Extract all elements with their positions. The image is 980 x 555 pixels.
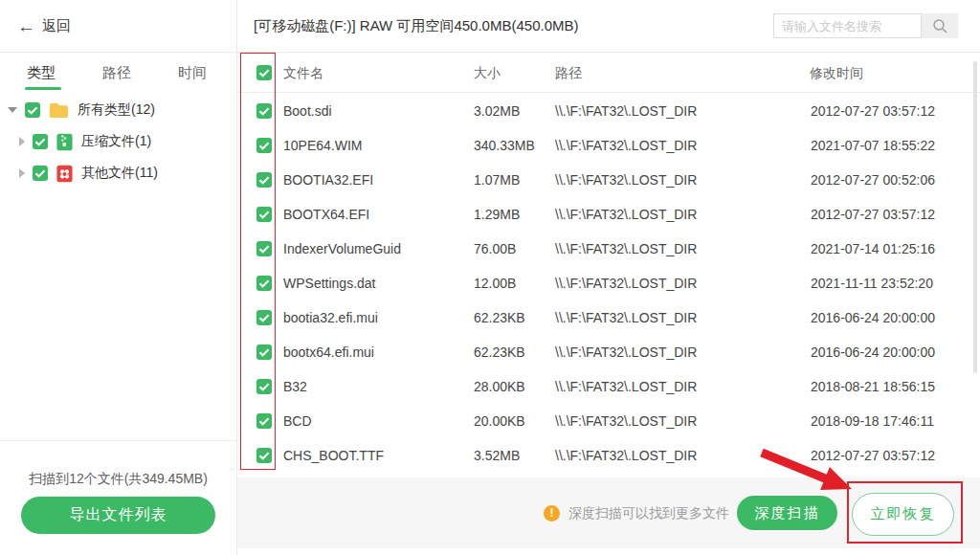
row-checkbox[interactable] [256,172,272,188]
tree-item-other-files[interactable]: 其他文件(11) [19,158,158,189]
table-row[interactable]: bootx64.efi.mui 62.23KB \\.\F:\FAT32\.LO… [237,335,980,369]
search-icon [932,18,948,34]
tree-item-all-types[interactable]: 所有类型(12) [8,95,155,125]
select-all-checkbox[interactable] [256,65,272,80]
summary-divider [0,440,236,441]
tab-path[interactable]: 路径 [102,53,131,93]
back-button[interactable]: ← 返回 [17,14,71,37]
search-input[interactable] [773,13,922,38]
caret-down-icon[interactable] [8,107,17,113]
caret-right-icon[interactable] [19,168,25,178]
tree-checkbox[interactable] [25,102,40,118]
tree-checkbox[interactable] [33,166,48,181]
file-name-cell: IndexerVolumeGuid [283,232,401,266]
column-header-name: 文件名 [283,53,323,93]
table-header-divider [237,92,980,93]
table-row[interactable]: WPSettings.dat 12.00B \\.\F:\FAT32\.LOST… [237,266,980,300]
file-size-cell: 3.02MB [474,94,520,128]
tree-item-label: 其他文件(11) [81,165,158,182]
file-name-cell: CHS_BOOT.TTF [283,438,384,473]
caret-right-icon[interactable] [19,137,25,146]
back-label: 返回 [42,17,71,35]
file-mtime-cell: 2012-07-27 03:57:12 [811,438,935,473]
row-checkbox[interactable] [256,103,272,119]
table-row[interactable]: BCD 20.00KB \\.\F:\FAT32\.LOST_DIR 2018-… [237,404,980,438]
row-checkbox[interactable] [256,413,272,429]
search-button[interactable] [922,13,958,38]
column-header-path: 路径 [555,53,582,93]
deep-scan-hint: 深度扫描可以找到更多文件 [568,477,729,548]
file-mtime-cell: 2018-09-18 17:46:11 [811,404,934,438]
row-checkbox[interactable] [256,241,272,256]
file-size-cell: 28.00KB [474,369,525,404]
archive-file-icon [56,133,74,151]
file-path-cell: \\.\F:\FAT32\.LOST_DIR [555,232,697,266]
file-path-cell: \\.\F:\FAT32\.LOST_DIR [555,197,697,232]
table-row[interactable]: bootia32.efi.mui 62.23KB \\.\F:\FAT32\.L… [237,300,980,335]
recover-now-button[interactable]: 立即恢复 [852,493,954,536]
table-row[interactable]: BOOTX64.EFI 1.29MB \\.\F:\FAT32\.LOST_DI… [237,197,980,232]
row-checkbox[interactable] [256,138,272,153]
column-header-mtime: 修改时间 [810,53,863,93]
table-rows: Boot.sdi 3.02MB \\.\F:\FAT32\.LOST_DIR 2… [237,94,980,473]
page-title: [可移动磁盘(F:)] RAW 可用空间450.0MB(450.0MB) [254,0,579,52]
vertical-scrollbar[interactable] [973,61,977,373]
file-path-cell: \\.\F:\FAT32\.LOST_DIR [555,94,697,128]
tab-time[interactable]: 时间 [178,53,207,93]
file-path-cell: \\.\F:\FAT32\.LOST_DIR [555,300,697,335]
folder-icon [48,101,70,120]
file-mtime-cell: 2021-07-14 01:25:16 [811,232,935,266]
file-mtime-cell: 2018-08-21 18:56:15 [811,369,935,404]
file-name-cell: WPSettings.dat [283,266,376,300]
tree-item-archive-files[interactable]: 压缩文件(1) [19,126,151,157]
back-arrow-icon: ← [17,17,35,35]
table-row[interactable]: B32 28.00KB \\.\F:\FAT32\.LOST_DIR 2018-… [237,369,980,404]
file-name-cell: BOOTX64.EFI [283,197,369,232]
file-size-cell: 62.23KB [474,335,525,369]
file-mtime-cell: 2021-07-07 18:55:22 [811,128,935,163]
file-name-cell: B32 [283,369,307,404]
file-path-cell: \\.\F:\FAT32\.LOST_DIR [555,128,697,163]
file-name-cell: Boot.sdi [283,94,332,128]
row-checkbox[interactable] [256,448,272,463]
file-size-cell: 3.52MB [474,438,520,473]
table-row[interactable]: IndexerVolumeGuid 76.00B \\.\F:\FAT32\.L… [237,232,980,266]
deep-scan-button[interactable]: 深度扫描 [737,496,837,530]
active-tab-underline [25,87,61,90]
tree-item-label: 压缩文件(1) [81,133,151,150]
file-size-cell: 20.00KB [474,404,525,438]
row-checkbox[interactable] [256,310,272,325]
file-path-cell: \\.\F:\FAT32\.LOST_DIR [555,163,697,197]
table-row[interactable]: CHS_BOOT.TTF 3.52MB \\.\F:\FAT32\.LOST_D… [237,438,980,473]
file-mtime-cell: 2012-07-27 03:57:12 [811,94,935,128]
file-size-cell: 1.29MB [474,197,520,232]
file-size-cell: 340.33MB [474,128,535,163]
file-path-cell: \\.\F:\FAT32\.LOST_DIR [555,438,697,473]
other-file-icon [56,165,74,183]
table-row[interactable]: Boot.sdi 3.02MB \\.\F:\FAT32\.LOST_DIR 2… [237,94,980,128]
file-path-cell: \\.\F:\FAT32\.LOST_DIR [555,404,697,438]
file-mtime-cell: 2016-06-24 20:00:00 [811,300,935,335]
table-row[interactable]: 10PE64.WIM 340.33MB \\.\F:\FAT32\.LOST_D… [237,128,980,163]
export-file-list-button[interactable]: 导出文件列表 [21,497,215,534]
file-mtime-cell: 2012-07-27 03:57:12 [811,197,935,232]
file-name-cell: BCD [283,404,312,438]
footer-bar: ! 深度扫描可以找到更多文件 深度扫描 立即恢复 [237,477,980,548]
file-size-cell: 76.00B [474,232,516,266]
row-checkbox[interactable] [256,344,272,360]
tree-checkbox[interactable] [33,134,48,149]
scan-summary: 扫描到12个文件(共349.45MB) [0,471,236,488]
file-size-cell: 62.23KB [474,300,525,335]
file-path-cell: \\.\F:\FAT32\.LOST_DIR [555,335,697,369]
file-path-cell: \\.\F:\FAT32\.LOST_DIR [555,266,697,300]
row-checkbox[interactable] [256,379,272,394]
table-row[interactable]: BOOTIA32.EFI 1.07MB \\.\F:\FAT32\.LOST_D… [237,163,980,197]
column-header-size: 大小 [474,53,501,93]
row-checkbox[interactable] [256,207,272,222]
row-checkbox[interactable] [256,276,272,291]
file-name-cell: bootia32.efi.mui [283,300,378,335]
file-mtime-cell: 2012-07-27 00:52:06 [811,163,935,197]
file-name-cell: 10PE64.WIM [283,128,362,163]
file-mtime-cell: 2016-06-24 20:00:00 [811,335,935,369]
file-mtime-cell: 2021-11-11 23:52:20 [811,266,933,300]
